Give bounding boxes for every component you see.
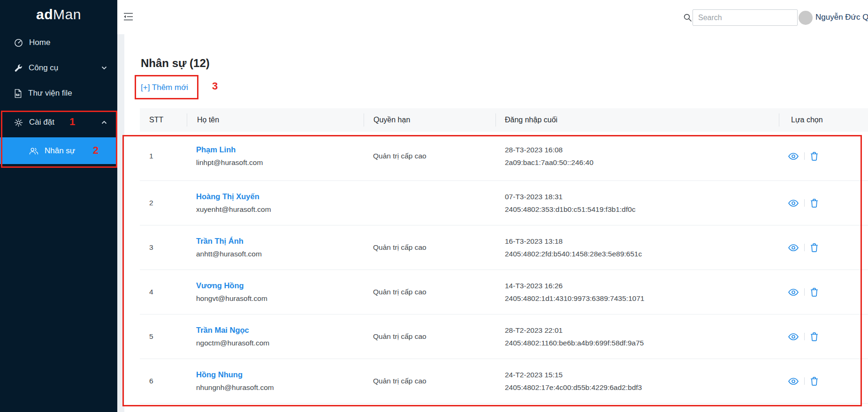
divider <box>804 288 805 296</box>
app-logo: adMan <box>0 7 117 22</box>
user-name-link[interactable]: Hồng Nhung <box>196 370 364 379</box>
column-header-role: Quyền hạn <box>364 108 495 132</box>
row-index: 1 <box>140 152 187 160</box>
gear-icon <box>14 118 23 127</box>
sidebar-collapse-icon[interactable] <box>123 13 133 21</box>
delete-button[interactable] <box>810 152 818 161</box>
user-name-link[interactable]: Hoàng Thị Xuyến <box>196 192 364 201</box>
wrench-icon <box>14 64 23 72</box>
user-name[interactable]: Nguyễn Đức Qu <box>815 13 868 22</box>
personnel-table: STT Họ tên Quyền hạn Đăng nhập cuối Lựa … <box>140 108 868 404</box>
chevron-up-icon <box>101 120 107 124</box>
sidebar-item-home[interactable]: Home <box>0 30 117 55</box>
logo-light: Man <box>53 7 81 22</box>
divider <box>804 244 805 251</box>
user-role: Quản trị cấp cao <box>364 377 495 385</box>
people-icon <box>29 147 38 155</box>
last-login-ip: 2405:4802:1160:be6b:a4b9:699f:58df:9a75 <box>505 339 779 347</box>
annotation-number-1: 1 <box>69 116 75 128</box>
view-button[interactable] <box>788 244 799 251</box>
user-name-link[interactable]: Trần Mai Ngọc <box>196 326 364 335</box>
chevron-down-icon <box>101 66 107 70</box>
delete-button[interactable] <box>810 332 818 341</box>
user-email: ngoctm@hurasoft.com <box>196 339 364 347</box>
column-header-actions: Lựa chọn <box>779 108 868 132</box>
table-row: 5 Trần Mai Ngọc ngoctm@hurasoft.com Quản… <box>140 315 868 359</box>
user-name-link[interactable]: Phạm Linh <box>196 145 364 154</box>
view-button[interactable] <box>788 333 799 340</box>
divider <box>804 199 805 207</box>
sidebar-item-file-library[interactable]: JPG Thư viện file <box>0 81 117 106</box>
divider <box>804 333 805 340</box>
sidebar-item-tools[interactable]: Công cụ <box>0 55 117 81</box>
sidebar-item-label: Công cụ <box>29 63 58 73</box>
user-email: anhtt@hurasoft.com <box>196 250 364 258</box>
annotation-number-2: 2 <box>93 144 99 157</box>
avatar[interactable] <box>799 11 813 25</box>
delete-button[interactable] <box>810 288 818 297</box>
user-email: linhpt@hurasoft.com <box>196 158 364 167</box>
sidebar-item-personnel[interactable]: Nhân sự 2 <box>0 137 117 164</box>
sidebar-item-label: Nhân sự <box>45 146 75 156</box>
delete-button[interactable] <box>810 377 818 386</box>
row-index: 6 <box>140 377 187 385</box>
add-new-button[interactable]: [+] Thêm mới <box>141 83 188 92</box>
view-button[interactable] <box>788 200 799 207</box>
last-login-time: 28-T3-2023 16:08 <box>505 146 779 154</box>
row-index: 5 <box>140 332 187 341</box>
user-email: hongvt@hurasoft.com <box>196 294 364 303</box>
user-role: Quản trị cấp cao <box>364 332 495 341</box>
last-login-time: 24-T2-2023 15:15 <box>505 371 779 379</box>
sidebar-item-label: Thư viện file <box>28 89 72 98</box>
user-email: nhungnh@hurasoft.com <box>196 383 364 392</box>
page-title: Nhân sự (12) <box>141 57 210 70</box>
user-email: xuyenht@hurasoft.com <box>196 205 364 214</box>
table-row: 3 Trần Thị Ánh anhtt@hurasoft.com Quản t… <box>140 225 868 270</box>
last-login-ip: 2405:4802:353:d1b0:c51:5419:f3b1:df0c <box>505 205 779 214</box>
last-login-time: 07-T3-2023 18:31 <box>505 193 779 201</box>
column-header-stt: STT <box>140 108 187 132</box>
dashboard-icon <box>14 38 23 47</box>
user-name-link[interactable]: Vương Hồng <box>196 281 364 290</box>
last-login-time: 14-T3-2023 16:26 <box>505 282 779 290</box>
delete-button[interactable] <box>810 243 818 252</box>
last-login-time: 28-T2-2023 22:01 <box>505 326 779 335</box>
table-row: 6 Hồng Nhung nhungnh@hurasoft.com Quản t… <box>140 359 868 404</box>
user-role: Quản trị cấp cao <box>364 152 495 160</box>
view-button[interactable] <box>788 378 799 385</box>
last-login-ip: 2405:4802:2fd:b540:1458:28e3:5e89:651c <box>505 250 779 258</box>
table-header: STT Họ tên Quyền hạn Đăng nhập cuối Lựa … <box>140 108 868 132</box>
sidebar-item-label: Home <box>29 38 50 47</box>
last-login-ip: 2405:4802:17e:4c00:d55b:4229:6ad2:bdf3 <box>505 383 779 392</box>
last-login-ip: 2405:4802:1d1:4310:9973:6389:7435:1071 <box>505 294 779 303</box>
sidebar-item-label: Cài đặt <box>29 118 54 127</box>
user-role: Quản trị cấp cao <box>364 288 495 296</box>
divider <box>804 377 805 385</box>
sidebar-item-settings[interactable]: Cài đặt 1 <box>0 109 117 136</box>
annotation-number-3: 3 <box>212 80 218 92</box>
search-input[interactable] <box>693 9 798 26</box>
search-icon[interactable] <box>684 14 692 22</box>
user-name-link[interactable]: Trần Thị Ánh <box>196 237 364 246</box>
svg-text:JPG: JPG <box>16 94 20 96</box>
column-header-name: Họ tên <box>187 108 364 132</box>
file-image-icon: JPG <box>14 89 22 98</box>
sidebar: adMan Home Công cụ JPG Thư viện fi <box>0 0 117 412</box>
table-row: 2 Hoàng Thị Xuyến xuyenht@hurasoft.com 0… <box>140 181 868 225</box>
column-header-last-login: Đăng nhập cuối <box>495 108 779 132</box>
view-button[interactable] <box>788 289 799 296</box>
row-index: 2 <box>140 199 187 207</box>
last-login-time: 16-T3-2023 13:18 <box>505 237 779 246</box>
logo-bold: ad <box>36 7 53 22</box>
table-row: 4 Vương Hồng hongvt@hurasoft.com Quản tr… <box>140 270 868 315</box>
row-index: 4 <box>140 288 187 296</box>
view-button[interactable] <box>788 153 799 160</box>
row-index: 3 <box>140 243 187 252</box>
table-row: 1 Phạm Linh linhpt@hurasoft.com Quản trị… <box>140 132 868 181</box>
divider <box>804 152 805 160</box>
user-role: Quản trị cấp cao <box>364 243 495 252</box>
delete-button[interactable] <box>810 199 818 208</box>
last-login-ip: 2a09:bac1:7aa0:50::246:40 <box>505 158 779 167</box>
